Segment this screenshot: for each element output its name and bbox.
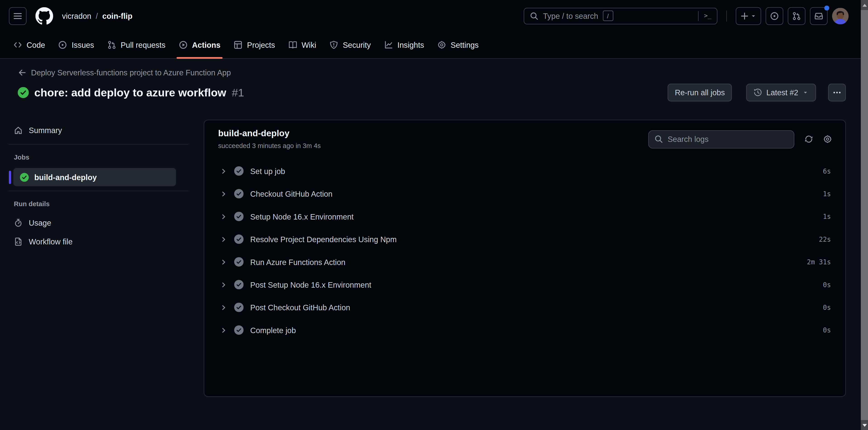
graph-icon [384,40,393,49]
job-steps-list: Set up job 6s Checkout GitHub Action 1s … [204,160,845,341]
job-step-row[interactable]: Checkout GitHub Action 1s [204,182,845,205]
user-avatar[interactable] [832,7,848,24]
tab-label: Settings [451,40,479,49]
log-settings-gear-icon[interactable] [823,135,832,143]
sidebar-job-wrap: build-and-deploy [9,168,193,186]
breadcrumb-owner-link[interactable]: vicradon [62,11,91,20]
home-icon [14,126,23,135]
rerun-all-jobs-button[interactable]: Re-run all jobs [668,84,732,102]
header-divider [726,10,727,21]
run-number: #1 [232,86,244,99]
tab-label: Insights [397,40,424,49]
breadcrumb: vicradon / coin-flip [62,11,132,20]
step-name: Run Azure Functions Action [250,258,800,266]
step-check-icon [234,212,244,221]
job-title: build-and-deploy [218,128,648,139]
run-content: Deploy Serverless-functions project to A… [0,59,868,397]
scrollbar-up-button[interactable] [861,0,868,10]
code-icon [13,40,22,49]
jobs-heading: Jobs [9,149,193,167]
step-check-icon [234,257,244,266]
step-duration: 0s [823,281,831,288]
job-step-row[interactable]: Setup Node 16.x Environment 1s [204,205,845,228]
sidebar-item-usage[interactable]: Usage [9,213,193,232]
tab-issues[interactable]: Issues [52,32,101,58]
step-duration: 2m 31s [807,258,831,266]
job-step-row[interactable]: Post Checkout GitHub Action 0s [204,296,845,319]
job-step-row[interactable]: Complete job 0s [204,319,845,341]
github-logo[interactable] [35,7,53,25]
step-check-icon [234,166,244,176]
hamburger-menu-button[interactable] [9,7,26,25]
tab-label: Wiki [302,40,316,49]
run-title-row: chore: add deploy to azure workflow #1 R… [18,84,846,102]
search-icon [530,11,539,20]
tab-pull-requests[interactable]: Pull requests [101,32,172,58]
job-step-row[interactable]: Post Setup Node 16.x Environment 0s [204,273,845,296]
kebab-icon [833,88,841,97]
tab-projects[interactable]: Projects [227,32,282,58]
repo-nav-tabs: Code Issues Pull requests Actions Projec… [0,32,868,59]
github-actions-run-page: vicradon / coin-flip Type / to search / … [0,0,868,430]
job-success-check-icon [20,173,29,181]
inbox-icon [814,11,823,20]
job-name-label: build-and-deploy [34,173,97,181]
sidebar-item-workflow-file[interactable]: Workflow file [9,232,193,251]
job-step-row[interactable]: Run Azure Functions Action 2m 31s [204,251,845,273]
page-scrollbar [861,0,868,430]
tab-insights[interactable]: Insights [377,32,431,58]
issues-dashboard-button[interactable] [766,7,783,25]
run-more-options-button[interactable] [828,84,846,102]
step-name: Set up job [250,167,816,175]
slash-key-hint: / [602,11,613,21]
tab-label: Code [27,40,45,49]
sidebar-item-job-build-and-deploy[interactable]: build-and-deploy [13,168,176,186]
chevron-right-icon [220,281,227,288]
step-duration: 1s [823,212,831,220]
job-step-row[interactable]: Resolve Project Dependencies Using Npm 2… [204,228,845,251]
command-palette-icon[interactable]: >_ [698,11,711,21]
notifications-wrap [810,7,828,25]
sidebar-divider [9,144,188,145]
pull-requests-dashboard-button[interactable] [788,7,805,25]
log-search-input[interactable]: Search logs [648,130,795,148]
breadcrumb-repo-link[interactable]: coin-flip [102,11,132,20]
workflow-back-link[interactable]: Deploy Serverless-functions project to A… [18,68,846,77]
file-code-icon [14,237,23,246]
issue-opened-icon [770,11,779,20]
tab-label: Issues [72,40,94,49]
tab-security[interactable]: Security [323,32,377,58]
breadcrumb-separator: / [96,11,98,20]
tab-wiki[interactable]: Wiki [282,32,323,58]
refresh-logs-icon[interactable] [804,135,813,143]
scrollbar-down-button[interactable] [861,420,868,430]
usage-label: Usage [29,219,51,227]
tab-code[interactable]: Code [6,32,52,58]
scrollbar-thumb[interactable] [861,10,868,420]
attempt-selector-button[interactable]: Latest #2 [746,84,816,102]
tab-settings[interactable]: Settings [431,32,485,58]
caret-down-icon [802,89,809,96]
search-placeholder: Type / to search [543,11,598,20]
selected-accent-bar [9,170,11,184]
global-search-input[interactable]: Type / to search / >_ [524,7,717,24]
chevron-right-icon [220,326,227,334]
tab-actions[interactable]: Actions [172,32,227,58]
tab-label: Actions [192,40,220,49]
tab-label: Projects [247,40,275,49]
log-search-placeholder: Search logs [668,135,708,143]
play-circle-icon [179,40,188,49]
plus-icon [740,11,749,20]
step-duration: 0s [823,304,831,311]
global-header: vicradon / coin-flip Type / to search / … [0,0,868,32]
workflow-file-label: Workflow file [29,237,72,246]
create-new-button[interactable] [736,7,761,25]
step-check-icon [234,280,244,289]
step-duration: 6s [823,167,831,175]
sidebar-item-summary[interactable]: Summary [9,121,193,140]
table-icon [234,40,243,49]
job-step-row[interactable]: Set up job 6s [204,160,845,182]
caret-down-icon [750,12,756,19]
rerun-label: Re-run all jobs [675,88,725,97]
run-sidebar: Summary Jobs build-and-deploy Run detail… [9,120,193,251]
